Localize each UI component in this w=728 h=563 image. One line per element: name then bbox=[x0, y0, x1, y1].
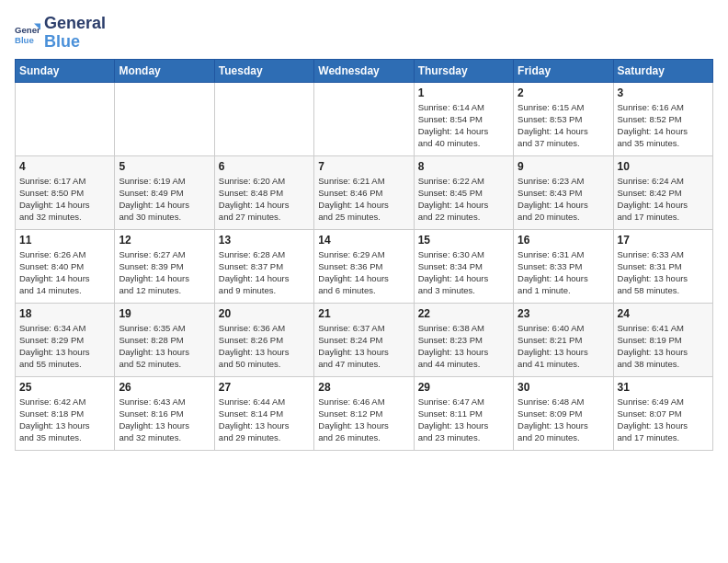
weekday-header-row: SundayMondayTuesdayWednesdayThursdayFrid… bbox=[16, 59, 713, 82]
day-info: Sunrise: 6:31 AM Sunset: 8:33 PM Dayligh… bbox=[518, 248, 609, 297]
day-number: 6 bbox=[219, 160, 310, 173]
calendar-cell: 14Sunrise: 6:29 AM Sunset: 8:36 PM Dayli… bbox=[314, 229, 414, 303]
calendar-cell: 17Sunrise: 6:33 AM Sunset: 8:31 PM Dayli… bbox=[613, 229, 712, 303]
day-info: Sunrise: 6:23 AM Sunset: 8:43 PM Dayligh… bbox=[518, 175, 609, 224]
day-number: 13 bbox=[219, 234, 310, 247]
calendar-cell bbox=[314, 82, 414, 155]
svg-text:Blue: Blue bbox=[15, 34, 34, 44]
calendar-cell: 13Sunrise: 6:28 AM Sunset: 8:37 PM Dayli… bbox=[214, 229, 313, 303]
day-info: Sunrise: 6:49 AM Sunset: 8:07 PM Dayligh… bbox=[618, 396, 709, 444]
day-number: 28 bbox=[318, 381, 409, 394]
page-header: General Blue General Blue bbox=[15, 15, 713, 52]
day-number: 17 bbox=[618, 234, 709, 247]
calendar-week-1: 1Sunrise: 6:14 AM Sunset: 8:54 PM Daylig… bbox=[16, 82, 713, 155]
weekday-header-sunday: Sunday bbox=[16, 59, 115, 82]
calendar-cell bbox=[214, 82, 313, 155]
calendar-cell: 9Sunrise: 6:23 AM Sunset: 8:43 PM Daylig… bbox=[514, 155, 613, 229]
day-info: Sunrise: 6:48 AM Sunset: 8:09 PM Dayligh… bbox=[518, 396, 609, 444]
calendar-cell: 18Sunrise: 6:34 AM Sunset: 8:29 PM Dayli… bbox=[16, 303, 115, 376]
svg-text:General: General bbox=[15, 25, 40, 35]
calendar-cell: 7Sunrise: 6:21 AM Sunset: 8:46 PM Daylig… bbox=[314, 155, 414, 229]
day-number: 22 bbox=[418, 307, 509, 320]
logo: General Blue General Blue bbox=[15, 15, 106, 52]
day-info: Sunrise: 6:35 AM Sunset: 8:28 PM Dayligh… bbox=[119, 322, 210, 371]
calendar-week-4: 18Sunrise: 6:34 AM Sunset: 8:29 PM Dayli… bbox=[16, 303, 713, 376]
calendar-cell: 22Sunrise: 6:38 AM Sunset: 8:23 PM Dayli… bbox=[414, 303, 513, 376]
day-info: Sunrise: 6:36 AM Sunset: 8:26 PM Dayligh… bbox=[219, 322, 310, 371]
calendar-cell: 16Sunrise: 6:31 AM Sunset: 8:33 PM Dayli… bbox=[514, 229, 613, 303]
weekday-header-friday: Friday bbox=[514, 59, 613, 82]
calendar-cell: 21Sunrise: 6:37 AM Sunset: 8:24 PM Dayli… bbox=[314, 303, 414, 376]
calendar-cell: 19Sunrise: 6:35 AM Sunset: 8:28 PM Dayli… bbox=[115, 303, 214, 376]
day-number: 19 bbox=[119, 307, 210, 320]
calendar-cell bbox=[115, 82, 214, 155]
day-info: Sunrise: 6:24 AM Sunset: 8:42 PM Dayligh… bbox=[618, 175, 709, 224]
calendar-cell: 10Sunrise: 6:24 AM Sunset: 8:42 PM Dayli… bbox=[613, 155, 712, 229]
calendar-cell: 20Sunrise: 6:36 AM Sunset: 8:26 PM Dayli… bbox=[214, 303, 313, 376]
day-info: Sunrise: 6:29 AM Sunset: 8:36 PM Dayligh… bbox=[318, 248, 409, 297]
day-number: 15 bbox=[418, 234, 509, 247]
day-info: Sunrise: 6:15 AM Sunset: 8:53 PM Dayligh… bbox=[518, 101, 609, 150]
calendar-cell: 24Sunrise: 6:41 AM Sunset: 8:19 PM Dayli… bbox=[613, 303, 712, 376]
day-info: Sunrise: 6:14 AM Sunset: 8:54 PM Dayligh… bbox=[418, 101, 509, 150]
day-info: Sunrise: 6:44 AM Sunset: 8:14 PM Dayligh… bbox=[219, 396, 310, 444]
day-number: 18 bbox=[19, 307, 110, 320]
calendar-week-3: 11Sunrise: 6:26 AM Sunset: 8:40 PM Dayli… bbox=[16, 229, 713, 303]
day-info: Sunrise: 6:46 AM Sunset: 8:12 PM Dayligh… bbox=[318, 396, 409, 444]
weekday-header-saturday: Saturday bbox=[613, 59, 712, 82]
day-info: Sunrise: 6:17 AM Sunset: 8:50 PM Dayligh… bbox=[19, 175, 110, 224]
calendar-cell: 12Sunrise: 6:27 AM Sunset: 8:39 PM Dayli… bbox=[115, 229, 214, 303]
day-number: 12 bbox=[119, 234, 210, 247]
day-number: 3 bbox=[618, 86, 709, 99]
calendar-cell: 29Sunrise: 6:47 AM Sunset: 8:11 PM Dayli… bbox=[414, 376, 513, 450]
day-info: Sunrise: 6:33 AM Sunset: 8:31 PM Dayligh… bbox=[618, 248, 709, 297]
day-number: 2 bbox=[518, 86, 609, 99]
day-number: 10 bbox=[618, 160, 709, 173]
day-number: 30 bbox=[518, 381, 609, 394]
day-info: Sunrise: 6:27 AM Sunset: 8:39 PM Dayligh… bbox=[119, 248, 210, 297]
weekday-header-wednesday: Wednesday bbox=[314, 59, 414, 82]
day-info: Sunrise: 6:28 AM Sunset: 8:37 PM Dayligh… bbox=[219, 248, 310, 297]
day-number: 14 bbox=[318, 234, 409, 247]
calendar-cell: 1Sunrise: 6:14 AM Sunset: 8:54 PM Daylig… bbox=[414, 82, 513, 155]
day-info: Sunrise: 6:47 AM Sunset: 8:11 PM Dayligh… bbox=[418, 396, 509, 444]
day-number: 20 bbox=[219, 307, 310, 320]
day-number: 29 bbox=[418, 381, 509, 394]
calendar-cell: 23Sunrise: 6:40 AM Sunset: 8:21 PM Dayli… bbox=[514, 303, 613, 376]
calendar-cell bbox=[16, 82, 115, 155]
calendar-cell: 31Sunrise: 6:49 AM Sunset: 8:07 PM Dayli… bbox=[613, 376, 712, 450]
calendar-cell: 28Sunrise: 6:46 AM Sunset: 8:12 PM Dayli… bbox=[314, 376, 414, 450]
day-info: Sunrise: 6:42 AM Sunset: 8:18 PM Dayligh… bbox=[19, 396, 110, 444]
day-number: 23 bbox=[518, 307, 609, 320]
calendar-cell: 26Sunrise: 6:43 AM Sunset: 8:16 PM Dayli… bbox=[115, 376, 214, 450]
day-info: Sunrise: 6:20 AM Sunset: 8:48 PM Dayligh… bbox=[219, 175, 310, 224]
day-number: 16 bbox=[518, 234, 609, 247]
calendar-week-2: 4Sunrise: 6:17 AM Sunset: 8:50 PM Daylig… bbox=[16, 155, 713, 229]
day-number: 27 bbox=[219, 381, 310, 394]
day-number: 21 bbox=[318, 307, 409, 320]
day-info: Sunrise: 6:43 AM Sunset: 8:16 PM Dayligh… bbox=[119, 396, 210, 444]
weekday-header-thursday: Thursday bbox=[414, 59, 513, 82]
day-number: 8 bbox=[418, 160, 509, 173]
day-number: 5 bbox=[119, 160, 210, 173]
day-number: 1 bbox=[418, 86, 509, 99]
day-info: Sunrise: 6:40 AM Sunset: 8:21 PM Dayligh… bbox=[518, 322, 609, 371]
logo-icon: General Blue bbox=[15, 20, 40, 46]
day-info: Sunrise: 6:38 AM Sunset: 8:23 PM Dayligh… bbox=[418, 322, 509, 371]
day-info: Sunrise: 6:30 AM Sunset: 8:34 PM Dayligh… bbox=[418, 248, 509, 297]
day-number: 31 bbox=[618, 381, 709, 394]
weekday-header-monday: Monday bbox=[115, 59, 214, 82]
calendar-cell: 15Sunrise: 6:30 AM Sunset: 8:34 PM Dayli… bbox=[414, 229, 513, 303]
calendar-cell: 3Sunrise: 6:16 AM Sunset: 8:52 PM Daylig… bbox=[613, 82, 712, 155]
calendar-cell: 5Sunrise: 6:19 AM Sunset: 8:49 PM Daylig… bbox=[115, 155, 214, 229]
calendar-cell: 4Sunrise: 6:17 AM Sunset: 8:50 PM Daylig… bbox=[16, 155, 115, 229]
day-info: Sunrise: 6:26 AM Sunset: 8:40 PM Dayligh… bbox=[19, 248, 110, 297]
day-number: 4 bbox=[19, 160, 110, 173]
calendar-cell: 6Sunrise: 6:20 AM Sunset: 8:48 PM Daylig… bbox=[214, 155, 313, 229]
day-number: 7 bbox=[318, 160, 409, 173]
day-info: Sunrise: 6:41 AM Sunset: 8:19 PM Dayligh… bbox=[618, 322, 709, 371]
calendar-week-5: 25Sunrise: 6:42 AM Sunset: 8:18 PM Dayli… bbox=[16, 376, 713, 450]
calendar-cell: 11Sunrise: 6:26 AM Sunset: 8:40 PM Dayli… bbox=[16, 229, 115, 303]
day-info: Sunrise: 6:19 AM Sunset: 8:49 PM Dayligh… bbox=[119, 175, 210, 224]
day-info: Sunrise: 6:16 AM Sunset: 8:52 PM Dayligh… bbox=[618, 101, 709, 150]
